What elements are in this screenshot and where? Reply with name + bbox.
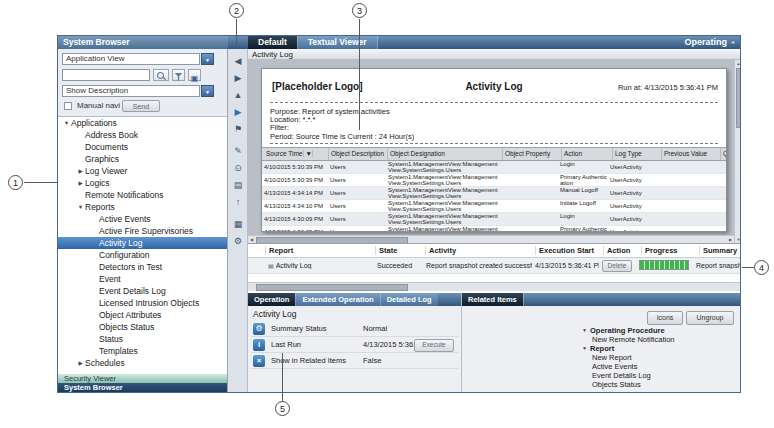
filter-button[interactable] [172, 69, 185, 81]
gear-icon[interactable]: ⚙ [253, 323, 265, 335]
cell-quality [714, 187, 726, 199]
column-header-execution-start[interactable]: Execution Start [535, 246, 603, 255]
horizontal-scrollbar[interactable]: ◀ ▶ [248, 235, 734, 243]
zoom-icon[interactable]: ⊙ [230, 161, 246, 175]
security-viewer-collapsed-pane[interactable]: Security Viewer [58, 374, 227, 383]
sidebar-item-applications[interactable]: ▼Applications [58, 117, 227, 129]
sidebar-item-documents[interactable]: Documents [58, 141, 227, 153]
cross-icon[interactable]: × [253, 355, 265, 367]
column-header-action[interactable]: Action [562, 148, 613, 160]
related-item-new-report[interactable]: New Report [582, 353, 738, 362]
flag-icon[interactable]: ⚑ [230, 122, 246, 136]
search-button[interactable] [153, 69, 169, 81]
column-header-quality[interactable]: Quality [721, 148, 726, 160]
grid-icon[interactable]: ▦ [230, 217, 246, 231]
scroll-down-icon[interactable]: ▼ [735, 236, 741, 243]
settings-icon[interactable]: ⚙ [230, 234, 246, 248]
sidebar-item-event-details-log[interactable]: Event Details Log [58, 285, 227, 297]
sidebar-item-object-attributes[interactable]: Object Attributes [58, 309, 227, 321]
sidebar-item-templates[interactable]: Templates [58, 345, 227, 357]
sidebar-item-active-fire-supervisories[interactable]: Active Fire Supervisories [58, 225, 227, 237]
column-header-activity[interactable]: Activity [425, 246, 535, 255]
column-header-action[interactable]: Action [603, 246, 641, 255]
scroll-up-icon[interactable]: ▲ [735, 60, 741, 67]
sidebar-item-objects-status[interactable]: Objects Status [58, 321, 227, 333]
sidebar-item-logics[interactable]: ▶Logics [58, 177, 227, 189]
info-icon[interactable]: i [253, 339, 265, 351]
scroll-left-icon[interactable]: ◀ [248, 236, 255, 243]
sidebar-item-remote-notifications[interactable]: Remote Notifications [58, 189, 227, 201]
sidebar-item-licensed-intrusion-objects[interactable]: Licensed Intrusion Objects [58, 297, 227, 309]
sidebar-item-activity-log[interactable]: Activity Log [58, 237, 227, 249]
manual-navigation-checkbox[interactable] [64, 102, 72, 110]
execution-row[interactable]: ▤Activity Log Succeeded Report snapshot … [248, 258, 741, 274]
execute-button[interactable]: Execute [414, 339, 454, 352]
up-icon[interactable]: ▲ [230, 88, 246, 102]
vertical-scrollbar[interactable]: ▲ ▼ [734, 60, 741, 243]
forward-icon[interactable]: ▶ [230, 71, 246, 85]
ungroup-button[interactable]: Ungroup [686, 311, 734, 325]
show-description-dropdown[interactable]: Show Description [62, 85, 200, 97]
sidebar-item-reports[interactable]: ▼Reports [58, 201, 227, 213]
column-header-summary[interactable]: Summary [699, 246, 737, 255]
column-header-state[interactable]: State [375, 246, 425, 255]
report-icon[interactable]: ▤ [230, 178, 246, 192]
save-button[interactable]: ▣ [188, 69, 201, 81]
system-browser-collapsed-pane[interactable]: System Browser [58, 383, 227, 392]
related-item-event-details-log[interactable]: Event Details Log [582, 371, 738, 380]
sidebar-item-active-events[interactable]: Active Events [58, 213, 227, 225]
delete-button[interactable]: Delete [602, 260, 632, 272]
table-row[interactable]: 4/13/2015 4:34:10 PM Users System1.Manag… [262, 200, 726, 213]
scrollbar-thumb[interactable] [256, 284, 408, 291]
column-header-object-designation[interactable]: Object Designation [388, 148, 503, 160]
edit-icon[interactable]: ✎ [230, 144, 246, 158]
scroll-right-icon[interactable]: ▶ [727, 236, 734, 243]
tree-label: Schedules [85, 357, 125, 369]
horizontal-scrollbar[interactable] [248, 282, 741, 291]
table-row[interactable]: 4/10/2015 5:30:39 PM Users System1.Manag… [262, 174, 726, 187]
search-input[interactable] [62, 69, 150, 81]
pane-collapse-icon[interactable]: ◂ [731, 36, 741, 49]
icons-button[interactable]: Icons [647, 311, 683, 325]
related-group-operating-procedure[interactable]: ▼Operating Procedure [582, 326, 738, 335]
table-row[interactable]: 4/13/2015 4:34:14 PM Users System1.Manag… [262, 187, 726, 200]
cell-action: Delete [599, 260, 636, 272]
table-row[interactable]: 4/10/2015 5:30:39 PM Users System1.Manag… [262, 161, 726, 174]
related-item-objects-status[interactable]: Objects Status [582, 380, 738, 389]
export-icon[interactable]: ↑ [230, 195, 246, 209]
sidebar-item-detectors-in-test[interactable]: Detectors in Test [58, 261, 227, 273]
tab-textual-viewer[interactable]: Textual Viewer [298, 36, 377, 49]
sidebar-item-graphics[interactable]: Graphics [58, 153, 227, 165]
sidebar-item-schedules[interactable]: ▶Schedules [58, 357, 227, 369]
column-header-progress[interactable]: Progress [641, 246, 699, 255]
related-item-active-events[interactable]: Active Events [582, 362, 738, 371]
send-button[interactable]: Send [122, 100, 160, 112]
related-group-report[interactable]: ▼Report [582, 344, 738, 353]
scrollbar-thumb[interactable] [736, 68, 741, 128]
column-header-object-description[interactable]: Object Description [329, 148, 388, 160]
sidebar-item-configuration[interactable]: Configuration [58, 249, 227, 261]
application-view-dropdown[interactable]: Application View [62, 53, 200, 65]
tab-related-items[interactable]: Related Items [462, 293, 523, 306]
column-header-report[interactable]: Report [265, 246, 375, 255]
column-header-source-time[interactable]: Source Time▼ [262, 148, 329, 160]
column-header-previous-value[interactable]: Previous Value [662, 148, 721, 160]
sidebar-item-address-book[interactable]: Address Book [58, 129, 227, 141]
table-row[interactable]: 4/13/2015 4:30:09 PM Users System1.Manag… [262, 226, 726, 232]
sidebar-item-event[interactable]: Event [58, 273, 227, 285]
tab-detailed-log[interactable]: Detailed Log [381, 293, 438, 306]
callout-line-4 [742, 267, 754, 268]
tab-operation[interactable]: Operation [248, 293, 295, 306]
related-item-new-remote-notification[interactable]: New Remote Notification [582, 335, 738, 344]
column-header-object-property[interactable]: Object Property [503, 148, 562, 160]
table-row[interactable]: 4/13/2015 4:30:09 PM Users System1.Manag… [262, 213, 726, 226]
show-description-dropdown-button[interactable]: ▼ [201, 85, 214, 97]
run-icon[interactable]: ▶ [230, 105, 246, 119]
sidebar-item-status[interactable]: Status [58, 333, 227, 345]
tab-default[interactable]: Default [248, 36, 297, 49]
sidebar-item-log-viewer[interactable]: ▶Log Viewer [58, 165, 227, 177]
application-view-dropdown-button[interactable]: ▼ [201, 53, 214, 65]
column-header-log-type[interactable]: Log Type [613, 148, 662, 160]
tab-extended-operation[interactable]: Extended Operation [296, 293, 379, 306]
back-icon[interactable]: ◀ [230, 54, 246, 68]
